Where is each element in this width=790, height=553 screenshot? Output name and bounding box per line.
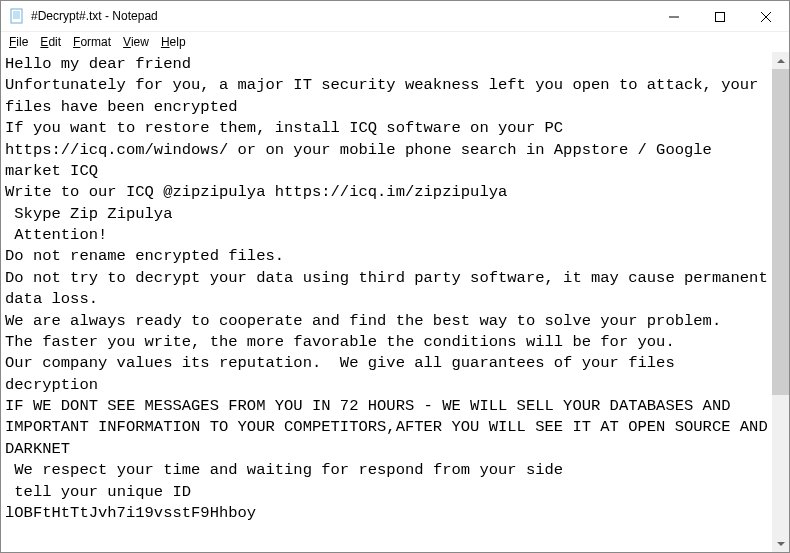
titlebar: #Decrypt#.txt - Notepad: [1, 1, 789, 32]
scroll-down-button[interactable]: [772, 535, 789, 552]
content-area: Hello my dear friend Unfortunately for y…: [1, 52, 789, 552]
close-button[interactable]: [743, 1, 789, 32]
scroll-track[interactable]: [772, 69, 789, 535]
text-editor[interactable]: Hello my dear friend Unfortunately for y…: [1, 52, 772, 552]
minimize-button[interactable]: [651, 1, 697, 32]
menu-help[interactable]: Help: [155, 34, 192, 50]
svg-rect-6: [716, 12, 725, 21]
menu-file[interactable]: File: [3, 34, 34, 50]
menu-view[interactable]: View: [117, 34, 155, 50]
scroll-up-button[interactable]: [772, 52, 789, 69]
menu-format[interactable]: Format: [67, 34, 117, 50]
scroll-thumb[interactable]: [772, 69, 789, 395]
window-controls: [651, 1, 789, 31]
svg-marker-10: [777, 542, 785, 546]
maximize-button[interactable]: [697, 1, 743, 32]
menu-edit[interactable]: Edit: [34, 34, 67, 50]
vertical-scrollbar[interactable]: [772, 52, 789, 552]
menubar: File Edit Format View Help: [1, 32, 789, 52]
notepad-icon: [9, 8, 25, 24]
svg-marker-9: [777, 59, 785, 63]
window-title: #Decrypt#.txt - Notepad: [31, 9, 651, 23]
